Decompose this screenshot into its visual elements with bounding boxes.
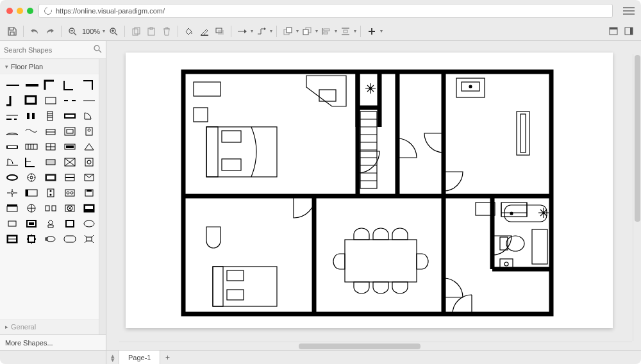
zoom-level[interactable]: 100% [82,28,100,35]
shape-stencil[interactable] [4,110,21,122]
minimize-window-button[interactable] [17,8,23,14]
distribute-button[interactable] [338,24,353,38]
shape-stencil[interactable] [62,79,78,91]
shape-stencil[interactable] [23,187,40,199]
delete-button[interactable] [160,24,174,38]
shape-stencil[interactable] [4,126,21,137]
copy-button[interactable] [129,24,143,38]
svg-point-20 [94,46,99,51]
svg-rect-35 [26,144,37,149]
search-shapes-input[interactable] [4,44,94,56]
shape-stencil[interactable] [4,203,21,214]
category-general[interactable]: General [0,319,99,335]
to-back-button[interactable] [300,24,314,38]
shape-stencil[interactable] [4,95,21,106]
shape-stencil[interactable] [42,172,59,183]
shape-stencil[interactable] [81,218,97,229]
shape-stencil[interactable] [62,172,78,183]
drawing-page[interactable] [126,53,613,328]
shape-stencil[interactable] [62,156,78,168]
tab-pager[interactable]: ▴▾ [106,351,119,364]
fill-color-button[interactable] [182,24,196,38]
shape-stencil[interactable] [42,95,59,106]
shape-stencil[interactable] [23,172,40,183]
shape-stencil[interactable] [23,110,40,122]
zoom-in-button[interactable] [106,24,121,38]
shape-stencil[interactable] [4,79,21,91]
shape-stencil[interactable] [23,79,40,91]
shape-stencil[interactable] [4,156,21,168]
svg-rect-12 [303,29,308,35]
floor-plan-drawing[interactable] [181,69,554,317]
shape-stencil[interactable] [42,203,59,214]
add-page-button[interactable]: + [160,351,174,364]
shape-stencil[interactable] [4,187,21,199]
connection-button[interactable] [235,24,249,38]
shape-stencil[interactable] [42,187,59,199]
more-shapes-button[interactable]: More Shapes... [0,335,106,350]
shape-stencil[interactable] [4,141,21,153]
redo-button[interactable] [43,24,57,38]
to-front-button[interactable] [281,24,295,38]
shape-stencil[interactable] [62,233,78,245]
shape-stencil[interactable] [81,172,97,183]
menu-icon[interactable] [623,7,635,15]
sidebar-scrollbar[interactable] [99,59,106,335]
shape-stencil[interactable] [23,126,40,137]
shape-stencil[interactable] [42,156,59,168]
shape-stencil[interactable] [4,233,21,245]
shape-stencil[interactable] [81,110,97,122]
line-color-button[interactable] [197,24,212,38]
shape-stencil[interactable] [42,126,59,137]
shape-stencil[interactable] [62,141,78,153]
url-bar[interactable]: https://online.visual-paradigm.com/ [38,4,613,18]
canvas-viewport[interactable] [106,41,641,350]
shape-stencil[interactable] [23,141,40,153]
maximize-window-button[interactable] [27,8,33,14]
shape-stencil[interactable] [42,79,59,91]
shape-stencil[interactable] [62,95,78,106]
align-button[interactable] [319,24,333,38]
search-icon[interactable] [94,45,102,55]
zoom-out-button[interactable] [65,24,79,38]
shape-stencil[interactable] [42,218,59,229]
shape-stencil[interactable] [81,141,97,153]
category-floor-plan[interactable]: Floor Plan [0,59,99,74]
shape-stencil[interactable] [62,218,78,229]
save-button[interactable] [5,24,19,38]
shape-stencil[interactable] [81,126,97,137]
close-window-button[interactable] [6,8,13,14]
shape-stencil[interactable] [81,95,97,106]
shape-stencil[interactable] [4,172,21,183]
shape-stencil[interactable] [62,126,78,137]
shape-stencil[interactable] [42,141,59,153]
paste-button[interactable] [144,24,158,38]
shape-stencil[interactable] [23,95,40,106]
shape-stencil[interactable] [4,218,21,229]
horizontal-scrollbar[interactable] [119,342,632,350]
format-panel-button[interactable] [606,24,620,38]
outline-panel-button[interactable] [622,24,636,38]
shape-stencil[interactable] [23,203,40,214]
shape-stencil[interactable] [42,110,59,122]
shape-stencil[interactable] [62,110,78,122]
shape-stencil[interactable] [23,218,40,229]
shape-stencil[interactable] [23,233,40,245]
shape-stencil[interactable] [81,203,97,214]
shape-stencil[interactable] [81,187,97,199]
shape-stencil[interactable] [81,233,97,245]
shape-stencil[interactable] [62,187,78,199]
shape-stencil[interactable] [62,203,78,214]
undo-button[interactable] [28,24,42,38]
shape-stencil[interactable] [81,79,97,91]
shape-stencil[interactable] [23,156,40,168]
waypoint-button[interactable] [254,24,269,38]
insert-button[interactable] [365,24,379,38]
shadow-button[interactable] [213,24,227,38]
reload-icon[interactable] [43,6,53,16]
shape-stencil[interactable] [81,156,97,168]
vertical-scrollbar[interactable] [633,54,641,341]
shape-stencil[interactable] [42,233,59,245]
svg-rect-22 [46,97,56,104]
tab-page-1[interactable]: Page-1 [119,351,160,364]
